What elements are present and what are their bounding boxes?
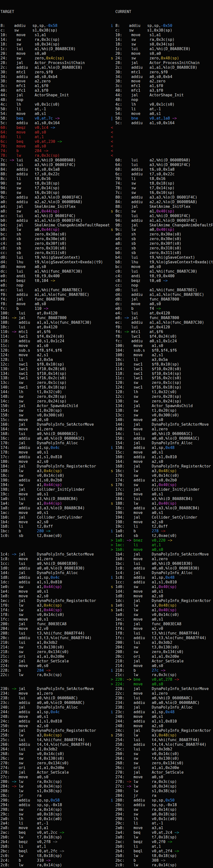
current-line: f0: lui at,0x4120	[111, 325, 213, 330]
diff-marker: >	[111, 543, 115, 547]
asm-row: 264: lui a1,0x3db2 25c: lui a1,0x3db2	[0, 747, 213, 752]
diff-marker: >	[111, 682, 115, 686]
asm-row: 19c: move a0,s1 180: move a0,s1	[0, 492, 213, 497]
asm-row: 134: swc1 $f10,0x14(sp) 118: swc1 $f10,0…	[0, 371, 213, 376]
asm-row: 2a4: li at,-1 29c: li at,-1	[0, 821, 213, 826]
current-line: 270: jal Actor_SetScale	[111, 770, 213, 775]
diff-marker	[111, 589, 115, 594]
current-line: e4: lui at,0x4120	[111, 311, 213, 316]
asm-row: c8: sb zero,0x310(s0) ac: sb zero,0x310(…	[0, 246, 213, 251]
diff-marker	[111, 362, 115, 367]
target-line: 54: move a0,s1	[0, 112, 111, 116]
diff-marker	[111, 260, 115, 264]
diff-marker	[111, 237, 115, 241]
asm-row: 174: addiu a1,sp,0x4ci 158: addiu a1,sp,…	[0, 445, 213, 450]
asm-row: a0: addiu a2,a2,%lo(D_0600B9A8) 84: addi…	[0, 200, 213, 205]
target-line: 1d8: addiu a1,sp,0x4c	[0, 575, 111, 580]
diff-marker	[111, 455, 115, 459]
diff-marker: <	[111, 135, 115, 139]
target-line: 1a4: lw a1,0x44(sp)	[0, 501, 111, 506]
diff-marker	[111, 33, 115, 37]
asm-row: 158: sw v0,0x300(s0) 13c: sw v0,0x300(s0…	[0, 413, 213, 417]
diff-marker	[111, 172, 115, 176]
asm-row: 214: sw t3,0x130(s0) 204: sw t3,0x130(s0…	[0, 645, 213, 650]
asm-row: 1c4: ~> jal DynaPolyInfo_SetActorMove 1b…	[0, 552, 213, 557]
target-line: 80: lui a3,%hi(D_06001F4C)	[0, 163, 111, 167]
current-line: 114: lwc1 $f10,0x28(s0)	[111, 367, 213, 371]
current-line: 21c: lw ra,0x3c(sp)	[111, 673, 213, 677]
asm-row: 224: move a0,s0 214: move a0,s0	[0, 663, 213, 668]
target-line: 270: sw zero,0x134(s0)	[0, 761, 111, 766]
diff-marker	[111, 515, 115, 520]
target-line: fc: b 110 ~>	[0, 306, 111, 311]
asm-row: 20: move s0,a0 20: move s0,a0	[0, 51, 213, 56]
target-line: 240: jal DynaPolyInfo_Alloc	[0, 705, 111, 710]
current-line: 274: move a0,s0	[111, 775, 213, 779]
current-line: 2bc: b 308 ~>	[111, 858, 213, 863]
current-line: > 1ac: li at,1	[111, 543, 213, 548]
diff-marker	[111, 687, 115, 691]
diff-marker	[111, 70, 115, 74]
current-line: 244: addiu a1,s1,0x810	[111, 719, 213, 724]
current-line: 194: jal Collider_SetCylinder	[111, 515, 213, 520]
asm-row: 3c: mfc1 a1,$f0 3c: mfc1 a1,$f0	[0, 84, 213, 88]
asm-row: 270: sw zero,0x134(s0) 268: sw zero,0x13…	[0, 761, 213, 766]
target-line: 254: jal DynaPolyInfo_RegisterActor	[0, 728, 111, 733]
asm-row: 27c: move a0,s0 274: move a0,s0	[0, 775, 213, 779]
asm-row: 150: jal Actor_SpawnAsChild 134: jal Act…	[0, 404, 213, 408]
asm-row: 164: move a1,zero 148: move a1,zero	[0, 427, 213, 432]
target-line: 78: lw ra,0x3c(sp)	[0, 153, 111, 158]
asm-row: f0: addiu a1,a1,%lo(func_80A87BEC) d4: a…	[0, 292, 213, 297]
current-line: 1f4: move a2,v0	[111, 626, 213, 631]
current-line: 228: jal DynaPolyInfo_SetActorMove	[111, 687, 213, 691]
asm-row: 250: move a2,s0 248: move a2,s0	[0, 724, 213, 728]
current-line: 2a4: beq v0,at,2c4 ~>	[111, 830, 213, 835]
asm-row: 254: jal DynaPolyInfo_RegisterActor 24c:…	[0, 728, 213, 733]
target-line: 22c: lw ra,0x3c(sp)	[0, 673, 111, 677]
asm-row: 2c8: lw ra,0x14(sp) 2c0: lw ra,0x14(sp)	[0, 863, 213, 868]
current-line: 24c: jal DynaPolyInfo_RegisterActor	[111, 728, 213, 733]
target-line: 200: jal func_8003ECA8	[0, 622, 111, 626]
current-line: 208: sw zero,0x134(s0)	[111, 650, 213, 654]
target-line: 14c: sw zero,0x24(sp)	[0, 399, 111, 404]
current-line: 1a4: sb t2,0xae(s0)	[111, 533, 213, 538]
asm-row: c: sw s1,0x38(sp) c: sw s1,0x38(sp)	[0, 28, 213, 33]
target-line: 244: addiu a1,sp,0x4c	[0, 710, 111, 714]
diff-marker: s	[111, 603, 115, 608]
asm-row: 170: jal DynaPolyInfo_Alloc 154: jal Dyn…	[0, 441, 213, 445]
current-line: s 16c: lw a3,0x48(sp)	[111, 469, 213, 473]
target-line: 188: lw a3,0x4c(sp)	[0, 469, 111, 473]
diff-marker	[111, 626, 115, 631]
current-line: ac: sb zero,0x310(s0)	[111, 246, 213, 251]
asm-row: 1e8: move a2,s0 1d8: move a2,s0	[0, 594, 213, 598]
asm-row: 1bc: b 280 ~>i 1a0: b 278 ~>	[0, 529, 213, 533]
diff-marker	[111, 533, 115, 538]
asm-row: 130: lwc1 $f10,0x28(s0) 114: lwc1 $f10,0…	[0, 367, 213, 371]
current-line: b4: lui t9,%hi(gSaveContext)	[111, 255, 213, 260]
current-line: 130: sw zero,0x24(sp)	[111, 399, 213, 404]
current-line: s 1e4: lw a1,0x40(sp)	[111, 608, 213, 613]
diff-marker	[111, 371, 115, 376]
target-line: 7c: ~> lui a2,%hi(D_0600B9A8)	[0, 158, 111, 163]
diff-marker	[111, 190, 115, 195]
target-line: 134: swc1 $f10,0x14(sp)	[0, 371, 111, 376]
diff-marker	[111, 622, 115, 626]
current-line: 284: jr ra	[111, 794, 213, 798]
diff-marker	[111, 794, 115, 798]
diff-marker	[111, 223, 115, 227]
current-line: 14: sw ra,0x3c(sp)	[111, 37, 213, 42]
asm-row: 234: move a1,zero 22c: move a1,zero	[0, 691, 213, 696]
diff-marker	[111, 181, 115, 186]
target-line: b8: lw a0,0x44(sp)	[0, 227, 111, 232]
target-line: 2a8: move a3,a1	[0, 826, 111, 830]
diff-header-row: TARGET CURRENT	[0, 9, 213, 14]
current-line: 1d4: move a0,s1	[111, 589, 213, 594]
asm-row: 5c: addiu a1,s0,0x164 5c: addiu a1,s0,0x…	[0, 121, 213, 125]
diff-marker	[111, 663, 115, 668]
diff-marker	[111, 88, 115, 93]
target-line: 130: lwc1 $f10,0x28(s0)	[0, 367, 111, 371]
diff-marker	[111, 766, 115, 770]
target-line: 234: move a1,zero	[0, 691, 111, 696]
asm-row: b0: addiu a1,a1,%lo(D_06001F4C) 94: addi…	[0, 218, 213, 223]
target-line: 204: move a2,v0	[0, 626, 111, 631]
